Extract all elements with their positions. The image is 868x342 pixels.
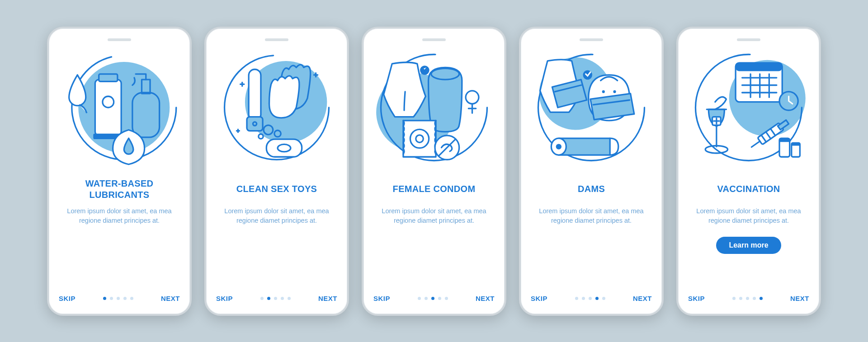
dams-icon — [531, 47, 652, 169]
svg-point-32 — [602, 90, 605, 93]
step-indicator — [575, 297, 605, 300]
phone-speaker — [422, 38, 446, 41]
skip-button[interactable]: SKIP — [59, 295, 75, 302]
skip-button[interactable]: SKIP — [216, 295, 233, 302]
onboarding-footer: SKIP NEXT — [59, 289, 180, 302]
step-dot — [753, 297, 756, 300]
learn-more-button[interactable]: Learn more — [716, 237, 781, 254]
step-dot — [575, 297, 578, 300]
svg-point-33 — [613, 90, 616, 93]
screen-title: Water-based lubricants — [59, 178, 180, 201]
next-button[interactable]: NEXT — [318, 295, 337, 302]
step-dot — [281, 297, 284, 300]
step-dot — [589, 297, 592, 300]
phone-speaker — [265, 38, 288, 41]
step-indicator — [260, 297, 291, 300]
screen-description: Lorem ipsum dolor sit amet, ea mea regio… — [373, 206, 495, 226]
step-dot — [267, 297, 270, 300]
svg-rect-23 — [403, 120, 436, 156]
step-dot — [438, 297, 441, 300]
phone-speaker — [108, 38, 131, 41]
vaccination-icon — [688, 47, 809, 169]
step-dot — [739, 297, 742, 300]
phone-mockup: Female condom Lorem ipsum dolor sit amet… — [362, 27, 506, 316]
svg-point-13 — [264, 125, 273, 135]
step-dot — [602, 297, 605, 300]
clean-toys-icon — [216, 47, 337, 169]
svg-rect-16 — [266, 139, 302, 157]
skip-button[interactable]: SKIP — [531, 295, 547, 302]
step-indicator — [732, 297, 763, 300]
next-button[interactable]: NEXT — [790, 295, 809, 302]
svg-rect-11 — [247, 117, 263, 131]
step-dot — [117, 297, 120, 300]
screen-description: Lorem ipsum dolor sit amet, ea mea regio… — [688, 206, 809, 226]
onboarding-footer: SKIP NEXT — [373, 289, 495, 302]
step-dot — [418, 297, 421, 300]
phone-mockup: Dams Lorem ipsum dolor sit amet, ea mea … — [519, 27, 664, 316]
screen-title: Female condom — [373, 178, 495, 201]
onboarding-footer: SKIP NEXT — [216, 289, 337, 302]
step-dot — [123, 297, 127, 300]
step-dot — [431, 297, 434, 300]
step-indicator — [103, 297, 133, 300]
step-dot — [445, 297, 448, 300]
onboarding-footer: SKIP NEXT — [688, 289, 809, 302]
svg-line-52 — [751, 141, 760, 147]
screen-title: Clean sex toys — [216, 178, 337, 201]
step-dot — [425, 297, 428, 300]
phone-mockup: Vaccination Lorem ipsum dolor sit amet, … — [676, 27, 821, 316]
phone-mockup: Clean sex toys Lorem ipsum dolor sit ame… — [204, 27, 349, 316]
svg-point-22 — [466, 90, 479, 103]
female-condom-icon — [373, 47, 495, 169]
svg-rect-59 — [792, 143, 800, 145]
step-dot — [260, 297, 264, 300]
step-dot — [582, 297, 585, 300]
skip-button[interactable]: SKIP — [688, 295, 705, 302]
next-button[interactable]: NEXT — [633, 295, 652, 302]
phone-speaker — [737, 38, 760, 41]
screen-title: Vaccination — [688, 178, 809, 201]
lubricant-icon — [59, 47, 180, 169]
screen-description: Lorem ipsum dolor sit amet, ea mea regio… — [216, 206, 337, 226]
phone-speaker — [580, 38, 603, 41]
step-dot — [110, 297, 113, 300]
step-dot — [288, 297, 291, 300]
onboarding-row: Water-based lubricants Lorem ipsum dolor… — [47, 27, 821, 316]
svg-rect-57 — [779, 138, 790, 142]
screen-title: Dams — [531, 178, 652, 201]
step-dot — [274, 297, 277, 300]
svg-rect-3 — [99, 74, 118, 81]
step-dot — [746, 297, 749, 300]
svg-point-15 — [259, 134, 263, 138]
step-dot — [732, 297, 736, 300]
next-button[interactable]: NEXT — [161, 295, 180, 302]
svg-rect-40 — [736, 63, 782, 71]
svg-rect-10 — [249, 69, 261, 120]
svg-point-36 — [556, 144, 561, 149]
onboarding-footer: SKIP NEXT — [531, 289, 652, 302]
screen-description: Lorem ipsum dolor sit amet, ea mea regio… — [531, 206, 652, 226]
step-dot — [103, 297, 106, 300]
svg-rect-6 — [132, 93, 160, 137]
step-dot — [130, 297, 133, 300]
skip-button[interactable]: SKIP — [373, 295, 390, 302]
phone-mockup: Water-based lubricants Lorem ipsum dolor… — [47, 27, 192, 316]
step-indicator — [418, 297, 448, 300]
screen-description: Lorem ipsum dolor sit amet, ea mea regio… — [59, 206, 180, 226]
step-dot — [595, 297, 599, 300]
step-dot — [760, 297, 763, 300]
next-button[interactable]: NEXT — [476, 295, 495, 302]
